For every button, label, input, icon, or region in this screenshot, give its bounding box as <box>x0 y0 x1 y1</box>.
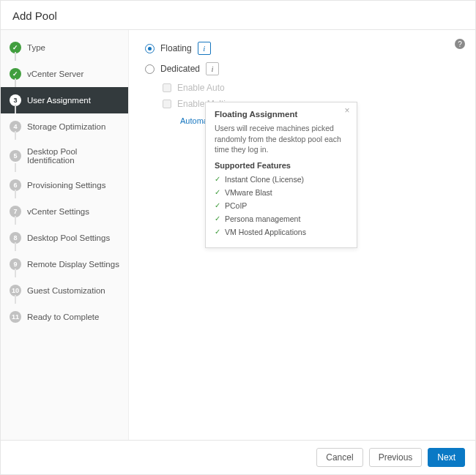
step-label: User Assignment <box>27 96 91 105</box>
feature-item: Persona management <box>215 212 348 225</box>
step-number: 5 <box>10 150 21 162</box>
step-label: Ready to Complete <box>27 313 99 321</box>
step-label: Type <box>27 43 45 52</box>
popover-feature-list: Instant Clone (License) VMware Blast PCo… <box>215 173 348 239</box>
help-icon[interactable]: ? <box>455 39 465 49</box>
step-vcenter-settings: 7 vCenter Settings <box>1 198 128 225</box>
step-remote-display-settings: 9 Remote Display Settings <box>1 251 128 277</box>
radio-floating[interactable] <box>145 44 155 53</box>
radio-floating-row[interactable]: Floating i <box>145 42 459 55</box>
feature-item: VMware Blast <box>215 186 348 199</box>
wizard-sidebar: ✓ Type ✓ vCenter Server 3 User Assignmen… <box>1 30 129 440</box>
enable-auto-label: Enable Auto <box>177 83 225 93</box>
content-panel: ? Floating i Dedicated i × Floating Assi… <box>129 30 475 440</box>
popover-body: Users will receive machines picked rando… <box>215 123 348 155</box>
step-provisioning-settings: 6 Provisioning Settings <box>1 172 128 198</box>
close-icon[interactable]: × <box>342 105 352 116</box>
step-label: Desktop Pool Identification <box>27 147 119 165</box>
step-label: vCenter Settings <box>27 207 89 216</box>
radio-dedicated-row[interactable]: Dedicated i × Floating Assignment Users … <box>145 62 459 75</box>
enable-auto-row: Enable Auto <box>163 83 459 93</box>
step-label: Provisioning Settings <box>27 181 105 190</box>
radio-floating-label: Floating <box>160 43 192 53</box>
previous-button[interactable]: Previous <box>369 448 423 467</box>
step-desktop-pool-settings: 8 Desktop Pool Settings <box>1 225 128 251</box>
checkbox-enable-multi <box>163 100 171 108</box>
radio-dedicated[interactable] <box>145 64 155 74</box>
step-label: Guest Customization <box>27 286 105 295</box>
dialog-footer: Cancel Previous Next <box>1 440 475 474</box>
dialog-body: ✓ Type ✓ vCenter Server 3 User Assignmen… <box>1 30 475 440</box>
radio-dedicated-label: Dedicated <box>160 64 200 74</box>
cancel-button[interactable]: Cancel <box>316 448 362 467</box>
floating-assignment-popover: × Floating Assignment Users will receive… <box>205 102 357 248</box>
add-pool-dialog: Add Pool ✓ Type ✓ vCenter Server 3 User … <box>0 0 476 475</box>
step-desktop-pool-identification: 5 Desktop Pool Identification <box>1 140 128 172</box>
step-label: Desktop Pool Settings <box>27 233 110 242</box>
step-type[interactable]: ✓ Type <box>1 34 128 61</box>
info-icon[interactable]: i <box>206 62 219 75</box>
popover-title: Floating Assignment <box>215 110 348 119</box>
feature-item: VM Hosted Applications <box>215 225 348 239</box>
next-button[interactable]: Next <box>428 448 465 467</box>
step-number: 11 <box>10 311 21 323</box>
feature-item: PCoIP <box>215 199 348 212</box>
checkbox-enable-auto <box>163 83 171 92</box>
step-label: Remote Display Settings <box>27 260 119 269</box>
feature-item: Instant Clone (License) <box>215 173 348 186</box>
step-vcenter-server[interactable]: ✓ vCenter Server <box>1 61 128 87</box>
step-label: Storage Optimization <box>27 122 105 131</box>
step-ready-to-complete: 11 Ready to Complete <box>1 304 128 330</box>
step-user-assignment[interactable]: 3 User Assignment <box>1 87 128 113</box>
step-label: vCenter Server <box>27 70 83 78</box>
dialog-title: Add Pool <box>1 1 475 30</box>
step-guest-customization: 10 Guest Customization <box>1 277 128 304</box>
step-storage-optimization: 4 Storage Optimization <box>1 113 128 140</box>
popover-features-heading: Supported Features <box>215 161 348 170</box>
info-icon[interactable]: i <box>198 42 211 55</box>
